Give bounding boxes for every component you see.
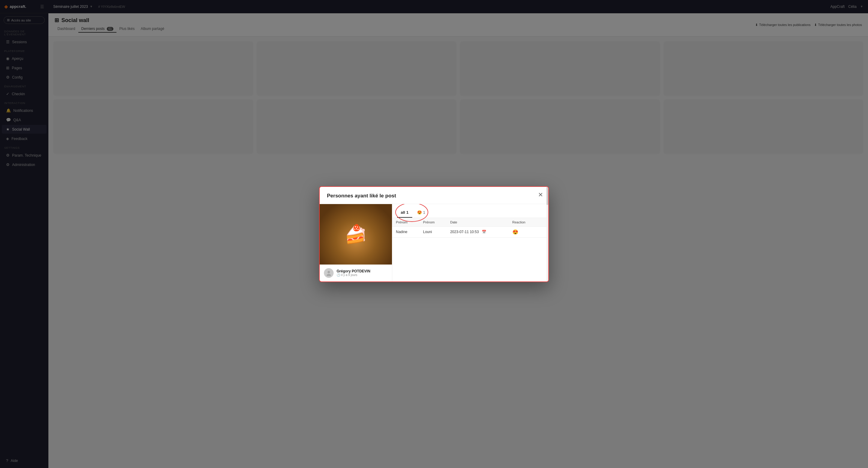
modal-overlay: ✕ Personnes ayant liké le post 🍰	[0, 0, 434, 234]
col-header-prenom: Prénom	[392, 218, 420, 227]
table-head: Prénom Prénom Date Reaction	[392, 218, 434, 227]
tab-all-label: all	[401, 210, 405, 215]
modal-title: Personnes ayant liké le post	[320, 187, 434, 204]
modal-reactions-side: all 1 😍 1 Prénom Prénom	[392, 204, 434, 234]
reactions-table: Prénom Prénom Date Reaction Nadine Louni	[392, 218, 434, 234]
post-image-inner: 🍰	[320, 204, 392, 234]
reactions-data-table: Prénom Prénom Date Reaction Nadine Louni	[392, 218, 434, 234]
reaction-tab-heart-eyes[interactable]: 😍 1	[413, 208, 429, 218]
modal-post-side: 🍰 Grégory POTDEVIN 🕐 il y a	[320, 204, 392, 234]
reaction-tabs: all 1 😍 1	[392, 204, 434, 218]
heart-eyes-count: 1	[423, 210, 425, 215]
modal-body: 🍰 Grégory POTDEVIN 🕐 il y a	[320, 204, 434, 234]
heart-eyes-emoji: 😍	[417, 210, 422, 215]
modal: ✕ Personnes ayant liké le post 🍰	[319, 186, 434, 234]
tab-all-count: 1	[406, 210, 408, 215]
reaction-tab-all[interactable]: all 1	[397, 208, 412, 218]
cell-last-name: Louni	[420, 226, 434, 234]
post-image: 🍰	[320, 204, 392, 234]
col-header-nom: Prénom	[420, 218, 434, 227]
table-body: Nadine Louni 2023-07-11 10:53 📅 😍	[392, 226, 434, 234]
cell-first-name: Nadine	[392, 226, 420, 234]
table-row: Nadine Louni 2023-07-11 10:53 📅 😍	[392, 226, 434, 234]
table-header-row: Prénom Prénom Date Reaction	[392, 218, 434, 227]
